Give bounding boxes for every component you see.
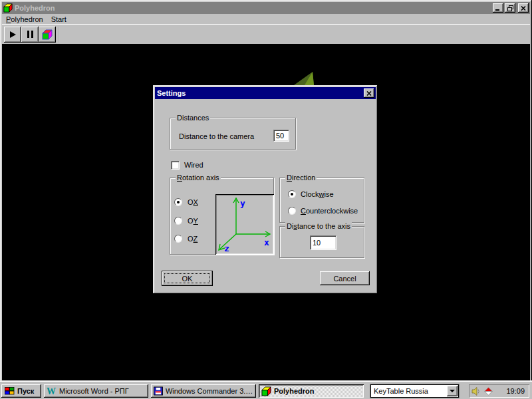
svg-text:W: W	[47, 386, 56, 396]
window-title: Polyhedron	[15, 4, 55, 12]
task-label: Windows Commander 3.0 -...	[166, 387, 253, 395]
taskbar: Пуск W Microsoft Word - РПГ Windows Comm…	[0, 380, 532, 399]
radio-clockwise-label: Clockwise	[301, 190, 334, 198]
clock: 19:09	[506, 387, 527, 395]
radio-counterclockwise[interactable]	[288, 207, 296, 215]
close-icon	[521, 6, 526, 11]
radio-oy-label: OY	[188, 217, 198, 225]
task-label: Polyhedron	[274, 387, 315, 395]
start-button[interactable]: Пуск	[1, 384, 41, 398]
distance-camera-label: Distance to the camera	[179, 132, 254, 140]
radio-oz-label: OZ	[188, 235, 198, 243]
cancel-button[interactable]: Cancel	[320, 271, 370, 285]
polyhedron-render-fragment	[291, 70, 318, 86]
menu-start[interactable]: Start	[47, 15, 70, 24]
rotation-axis-group: Rotation axis OX OY OZ y x z	[170, 178, 274, 255]
menubar: Polyhedron Start	[2, 14, 530, 24]
app-cube-icon	[3, 3, 13, 13]
direction-group-label: Direction	[285, 174, 317, 182]
word-icon: W	[47, 386, 57, 396]
pause-button[interactable]	[21, 27, 39, 43]
distances-group-label: Distances	[176, 114, 210, 122]
radio-ox[interactable]	[174, 198, 182, 206]
restore-button[interactable]	[505, 3, 515, 13]
axis-x-label: x	[264, 237, 269, 247]
task-word[interactable]: W Microsoft Word - РПГ	[44, 384, 148, 398]
axis-distance-group: Distance to the axis	[279, 226, 364, 258]
axis-distance-input[interactable]	[310, 235, 336, 250]
rotation-axis-group-label: Rotation axis	[176, 174, 221, 182]
distance-camera-input[interactable]	[273, 130, 289, 142]
windows-flag-icon	[4, 386, 15, 396]
direction-group: Direction Clockwise Counterclockwise	[279, 178, 364, 223]
cube-icon	[42, 29, 53, 40]
minimize-button[interactable]	[493, 3, 503, 13]
wired-label: Wired	[184, 161, 203, 169]
close-button[interactable]	[518, 3, 529, 13]
axis-z-label: z	[224, 243, 229, 253]
pause-icon	[27, 31, 33, 38]
keyboard-layout-value: KeyTable Russia	[371, 387, 447, 395]
radio-clockwise[interactable]	[288, 190, 296, 198]
polyhedron-button[interactable]	[39, 27, 56, 43]
distances-group: Distances Distance to the camera	[170, 118, 296, 150]
close-icon	[366, 91, 372, 96]
chevron-down-icon	[450, 390, 455, 392]
cube-icon	[261, 386, 271, 396]
ok-button[interactable]: OK	[162, 271, 213, 286]
settings-dialog: Settings Distances Distance to the camer…	[153, 85, 378, 294]
restore-icon	[507, 5, 513, 11]
system-tray: 19:09	[469, 384, 529, 398]
speaker-icon[interactable]	[471, 387, 481, 396]
axis-y-label: y	[240, 198, 245, 208]
wired-checkbox[interactable]	[171, 161, 180, 170]
axis-diagram-panel: y x z	[215, 194, 274, 255]
radio-oy[interactable]	[174, 217, 182, 225]
radio-counterclockwise-label: Counterclockwise	[301, 207, 358, 215]
screen: Polyhedron Polyhedron	[0, 0, 532, 399]
task-windows-commander[interactable]: Windows Commander 3.0 -...	[151, 384, 256, 398]
toolbar	[2, 24, 530, 44]
task-polyhedron[interactable]: Polyhedron	[259, 384, 364, 398]
menu-polyhedron[interactable]: Polyhedron	[2, 15, 47, 24]
axis-distance-group-label: Distance to the axis	[285, 222, 352, 230]
start-button-label: Пуск	[17, 387, 34, 395]
dialog-title: Settings	[157, 89, 186, 97]
radio-ox-label: OX	[188, 198, 198, 206]
task-label: Microsoft Word - РПГ	[59, 387, 129, 395]
toolbar-separator	[58, 27, 59, 43]
combobox-dropdown-button[interactable]	[447, 386, 458, 396]
axis-diagram: y x z	[215, 194, 274, 255]
dialog-close-button[interactable]	[364, 88, 374, 98]
window-titlebar[interactable]: Polyhedron	[2, 2, 530, 14]
play-icon	[10, 31, 16, 38]
commander-icon	[154, 386, 163, 396]
dialog-titlebar[interactable]: Settings	[155, 87, 376, 99]
keyboard-layout-combobox[interactable]: KeyTable Russia	[370, 384, 459, 398]
diamond-indicator-icon[interactable]	[484, 387, 493, 396]
play-button[interactable]	[4, 27, 21, 43]
radio-oz[interactable]	[174, 235, 182, 243]
minimize-icon	[495, 5, 501, 11]
